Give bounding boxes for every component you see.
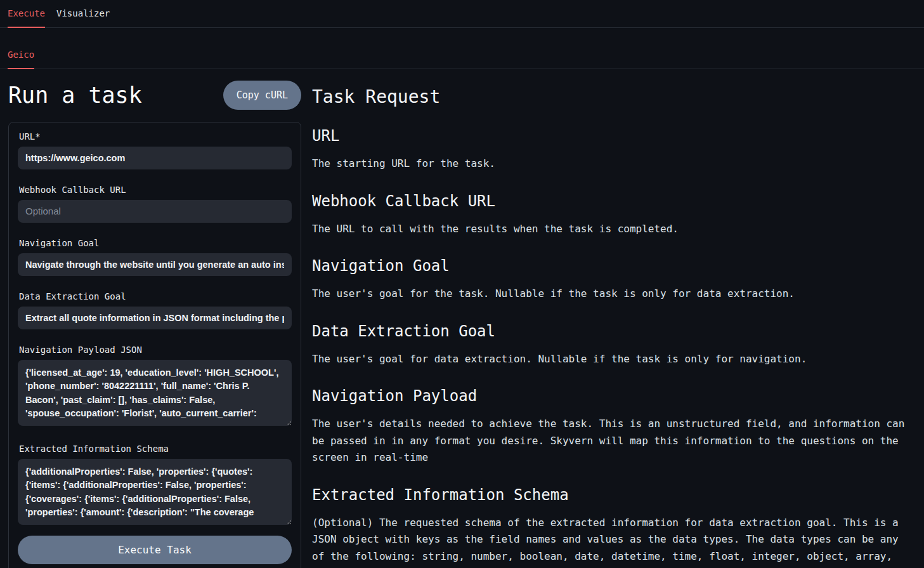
copy-curl-button[interactable]: Copy cURL xyxy=(223,81,301,110)
navigation-payload-label: Navigation Payload JSON xyxy=(19,345,292,355)
task-request-docs: Task Request URL The starting URL for th… xyxy=(301,69,909,568)
url-label: URL* xyxy=(19,131,292,142)
webhook-input[interactable] xyxy=(18,200,292,223)
data-extraction-goal-label: Data Extraction Goal xyxy=(19,291,292,301)
extracted-schema-textarea[interactable]: {'additionalProperties': False, 'propert… xyxy=(18,459,292,525)
doc-body-navigation-goal: The user's goal for the task. Nullable i… xyxy=(312,286,909,303)
task-form: URL* Webhook Callback URL Navigation Goa… xyxy=(8,122,301,568)
doc-heading-webhook: Webhook Callback URL xyxy=(312,192,909,210)
data-extraction-goal-input[interactable] xyxy=(18,307,292,329)
doc-heading-navigation-goal: Navigation Goal xyxy=(312,257,909,275)
tab-execute[interactable]: Execute xyxy=(8,7,45,28)
docs-title: Task Request xyxy=(312,86,909,107)
doc-heading-extracted-schema: Extracted Information Schema xyxy=(312,486,909,504)
url-input[interactable] xyxy=(18,147,292,169)
doc-heading-data-extraction-goal: Data Extraction Goal xyxy=(312,322,909,340)
doc-body-extracted-schema: (Optional) The requested schema of the e… xyxy=(312,515,909,568)
execute-task-button[interactable]: Execute Task xyxy=(18,536,292,564)
doc-body-navigation-payload: The user's details needed to achieve the… xyxy=(312,416,909,466)
doc-heading-navigation-payload: Navigation Payload xyxy=(312,387,909,405)
tab-geico[interactable]: Geico xyxy=(8,48,34,69)
main-tab-bar: Execute Visualizer xyxy=(0,0,924,28)
doc-body-webhook: The URL to call with the results when th… xyxy=(312,221,909,238)
doc-body-url: The starting URL for the task. xyxy=(312,155,909,173)
navigation-goal-label: Navigation Goal xyxy=(19,238,292,248)
extracted-schema-label: Extracted Information Schema xyxy=(19,444,292,454)
navigation-goal-input[interactable] xyxy=(18,253,292,276)
page-content: Run a task Copy cURL URL* Webhook Callba… xyxy=(0,69,924,568)
doc-body-data-extraction-goal: The user's goal for data extraction. Nul… xyxy=(312,351,909,368)
run-task-panel: Run a task Copy cURL URL* Webhook Callba… xyxy=(8,69,301,568)
doc-heading-url: URL xyxy=(312,127,909,145)
sub-tab-bar: Geico xyxy=(0,28,924,69)
tab-visualizer[interactable]: Visualizer xyxy=(56,7,110,28)
webhook-label: Webhook Callback URL xyxy=(19,185,292,195)
navigation-payload-textarea[interactable]: {'licensed_at_age': 19, 'education_level… xyxy=(18,360,292,426)
page-title: Run a task xyxy=(8,83,142,108)
run-task-header: Run a task Copy cURL xyxy=(8,81,301,110)
